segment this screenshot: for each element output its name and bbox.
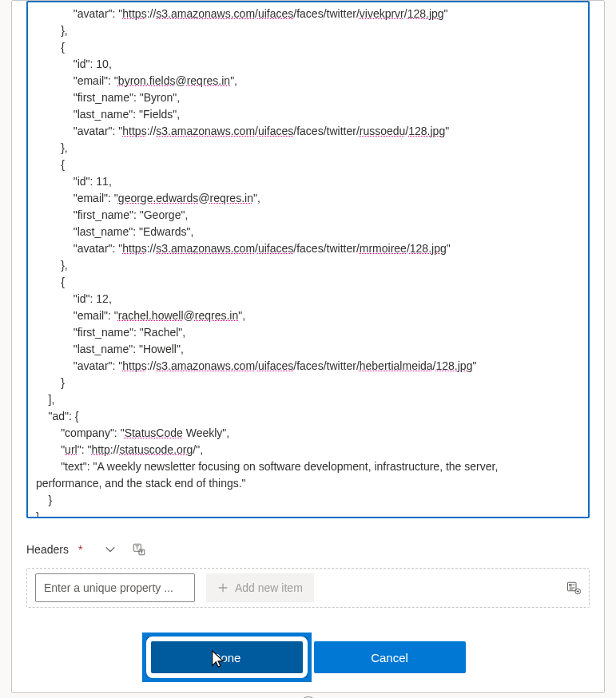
add-new-item-button[interactable]: Add new item [206, 573, 314, 602]
cancel-button-label: Cancel [371, 651, 408, 664]
done-button[interactable]: Done [151, 641, 303, 673]
chevron-down-icon[interactable] [105, 544, 116, 555]
required-mark: * [78, 543, 82, 556]
add-new-item-label: Add new item [235, 581, 303, 594]
headers-section-header: Headers * [26, 542, 590, 557]
dynamic-content-icon[interactable] [566, 581, 581, 595]
footer-buttons: Done Cancel [26, 641, 590, 673]
plus-icon [217, 582, 229, 593]
svg-rect-3 [570, 585, 571, 586]
action-card: "avatar": "https://s3.amazonaws.com/uifa… [11, 0, 605, 693]
body-textarea[interactable]: "avatar": "https://s3.amazonaws.com/uifa… [26, 1, 590, 518]
headers-label: Headers [26, 543, 69, 556]
header-key-input[interactable] [35, 573, 195, 602]
done-button-label: Done [213, 651, 241, 664]
cancel-button[interactable]: Cancel [314, 641, 466, 673]
headers-row: Add new item [26, 568, 590, 608]
text-mode-icon[interactable] [132, 542, 146, 557]
